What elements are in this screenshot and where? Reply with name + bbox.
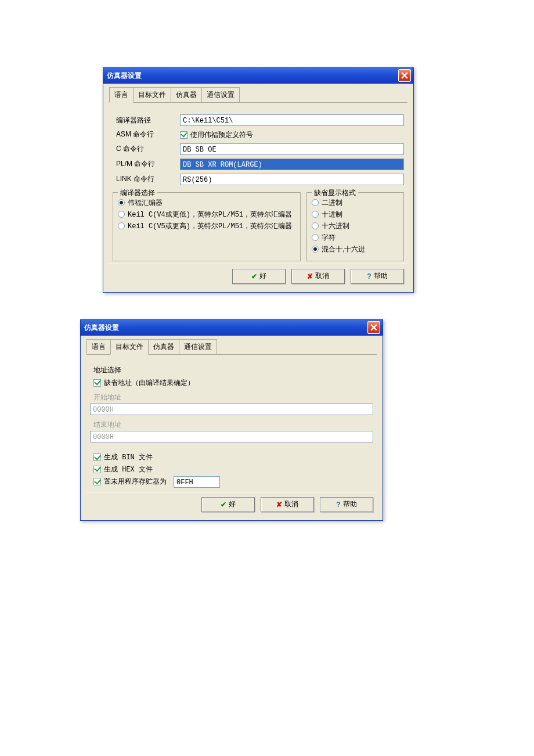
tabpage-target-file: 地址选择 缺省地址（由编译结果确定） 开始地址 0000H 结束地址 0000H…: [86, 358, 377, 492]
dialog-title: 仿真器设置: [107, 71, 142, 81]
checkbox-label: 使用伟福预定义符号: [190, 130, 253, 140]
dialog-title: 仿真器设置: [84, 323, 119, 333]
radio-hex[interactable]: 十六进制: [312, 221, 399, 231]
tabpage-language: 编译器路径 C:\Keil\C51\ ASM 命令行 使用伟福预定义符号 C 命…: [109, 106, 407, 264]
radio-mixed[interactable]: 混合十,十六进: [312, 244, 399, 254]
radio-label: Keil C(V5或更高)，英特尔PL/M51，英特尔汇编器: [128, 221, 292, 231]
tab-label: 语言: [114, 91, 128, 99]
radio-icon: [118, 199, 125, 206]
tab-comm[interactable]: 通信设置: [201, 87, 240, 102]
button-row: ✔ 好 ✘ 取消 ? 帮助: [86, 492, 377, 514]
gen-hex-checkbox[interactable]: 生成 HEX 文件: [93, 465, 153, 474]
titlebar: 仿真器设置: [81, 320, 383, 336]
tab-label: 目标文件: [116, 343, 143, 351]
radio-label: Keil C(V4或更低)，英特尔PL/M51，英特尔汇编器: [128, 210, 292, 219]
checkbox-icon: [93, 466, 101, 473]
radio-wave-asm[interactable]: 伟福汇编器: [118, 198, 295, 208]
cancel-button[interactable]: ✘ 取消: [261, 497, 314, 512]
dialog-emulator-settings-1: 仿真器设置 语言 目标文件 仿真器 通信设置 编译器路径 C:\Keil\C51…: [103, 67, 414, 293]
tab-label: 仿真器: [153, 343, 174, 351]
radio-keil-v5[interactable]: Keil C(V5或更高)，英特尔PL/M51，英特尔汇编器: [118, 221, 295, 231]
label-compiler-path: 编译器路径: [113, 116, 180, 125]
tab-target-file[interactable]: 目标文件: [133, 87, 171, 102]
group-compiler-select: 编译器选择 伟福汇编器 Keil C(V4或更低)，英特尔PL/M51，英特尔汇…: [113, 192, 301, 261]
radio-icon: [118, 211, 125, 218]
legend-compiler-select: 编译器选择: [118, 188, 157, 198]
checkbox-label: 生成 BIN 文件: [104, 452, 153, 462]
radio-icon: [312, 234, 319, 241]
label-plm-cmd: PL/M 命令行: [113, 159, 180, 169]
tab-label: 仿真器: [176, 91, 197, 99]
tab-label: 语言: [92, 343, 106, 351]
x-icon: ✘: [276, 501, 282, 509]
c-cmd-field[interactable]: DB SB OE: [180, 143, 404, 155]
button-label: 帮助: [374, 271, 388, 281]
radio-char[interactable]: 字符: [312, 233, 399, 243]
tab-label: 通信设置: [207, 91, 234, 99]
close-icon: [401, 72, 408, 79]
checkbox-icon: [93, 379, 101, 387]
tab-emulator[interactable]: 仿真器: [148, 339, 179, 354]
tab-comm[interactable]: 通信设置: [179, 339, 217, 354]
ok-button[interactable]: ✔ 好: [201, 497, 255, 512]
button-label: 取消: [315, 271, 329, 281]
checkbox-icon: [93, 478, 101, 485]
cancel-button[interactable]: ✘ 取消: [291, 269, 345, 284]
fill-value-field[interactable]: 0FFH: [174, 476, 220, 488]
button-label: 帮助: [343, 499, 357, 509]
button-row: ✔ 好 ✘ 取消 ? 帮助: [109, 264, 407, 286]
question-icon: ?: [367, 272, 371, 280]
radio-icon: [118, 222, 125, 229]
radio-label: 十进制: [322, 210, 342, 219]
close-button[interactable]: [398, 69, 411, 82]
compiler-path-field[interactable]: C:\Keil\C51\: [180, 114, 404, 126]
dialog-emulator-settings-2: 仿真器设置 语言 目标文件 仿真器 通信设置 地址选择 缺省地址（由编译结果确定…: [80, 319, 383, 521]
button-label: 好: [259, 271, 266, 281]
use-wavesym-checkbox[interactable]: 使用伟福预定义符号: [180, 130, 253, 140]
tab-label: 通信设置: [184, 343, 212, 351]
radio-label: 字符: [322, 233, 335, 243]
x-icon: ✘: [307, 272, 313, 280]
radio-label: 十六进制: [322, 221, 349, 231]
checkbox-icon: [93, 453, 101, 461]
help-button[interactable]: ? 帮助: [351, 269, 404, 284]
help-button[interactable]: ? 帮助: [320, 497, 373, 512]
checkbox-label: 生成 HEX 文件: [104, 465, 153, 474]
radio-label: 混合十,十六进: [322, 244, 365, 254]
group-display-format: 缺省显示格式 二进制 十进制 十六进制 字符 混合十,十六进: [306, 192, 404, 261]
tab-emulator[interactable]: 仿真器: [171, 87, 202, 102]
radio-icon: [312, 211, 319, 218]
default-address-checkbox[interactable]: 缺省地址（由编译结果确定）: [93, 378, 194, 388]
dialog2-client: 语言 目标文件 仿真器 通信设置 地址选择 缺省地址（由编译结果确定） 开始地址…: [81, 336, 383, 520]
check-icon: ✔: [221, 501, 226, 509]
close-icon: [370, 324, 377, 331]
tabbar: 语言 目标文件 仿真器 通信设置: [86, 339, 377, 355]
label-start-address: 开始地址: [93, 393, 373, 402]
ok-button[interactable]: ✔ 好: [232, 269, 286, 284]
radio-label: 二进制: [322, 198, 342, 208]
heading-address-select: 地址选择: [93, 365, 370, 375]
tab-target-file[interactable]: 目标文件: [110, 339, 149, 355]
radio-label: 伟福汇编器: [128, 198, 163, 208]
radio-keil-v4[interactable]: Keil C(V4或更低)，英特尔PL/M51，英特尔汇编器: [118, 210, 295, 219]
plm-cmd-field[interactable]: DB SB XR ROM(LARGE): [180, 159, 404, 170]
tab-label: 目标文件: [138, 91, 166, 99]
checkbox-label: 置未用程序存贮器为: [104, 477, 167, 487]
label-link-cmd: LINK 命令行: [113, 174, 180, 184]
close-button[interactable]: [367, 321, 380, 334]
fill-unused-checkbox[interactable]: 置未用程序存贮器为: [93, 477, 167, 487]
tabbar: 语言 目标文件 仿真器 通信设置: [109, 87, 407, 103]
check-icon: ✔: [251, 272, 257, 280]
radio-decimal[interactable]: 十进制: [312, 210, 399, 219]
radio-binary[interactable]: 二进制: [312, 198, 399, 208]
button-label: 好: [229, 499, 236, 509]
end-address-field: 0000H: [90, 431, 373, 442]
dialog1-client: 语言 目标文件 仿真器 通信设置 编译器路径 C:\Keil\C51\ ASM …: [103, 84, 413, 292]
radio-icon: [312, 246, 319, 253]
gen-bin-checkbox[interactable]: 生成 BIN 文件: [93, 452, 153, 462]
tab-language[interactable]: 语言: [86, 339, 111, 354]
checkbox-icon: [180, 131, 187, 139]
label-c-cmd: C 命令行: [113, 144, 180, 154]
link-cmd-field[interactable]: RS(256): [180, 174, 404, 185]
tab-language[interactable]: 语言: [109, 87, 134, 103]
